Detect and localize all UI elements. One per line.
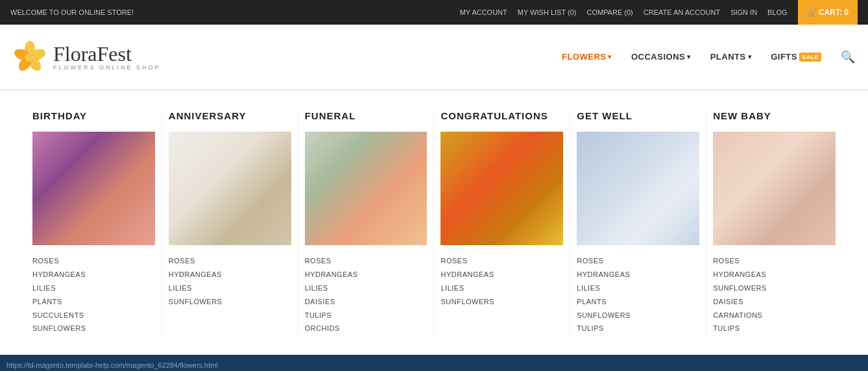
category-link-item[interactable]: SUNFLOWERS	[713, 281, 836, 295]
category-link-item[interactable]: TULIPS	[713, 322, 836, 335]
logo[interactable]: FloraFest FLOWERS ONLINE SHOP	[13, 40, 161, 74]
sale-badge: SALE	[799, 53, 821, 62]
category-link-item[interactable]: SUNFLOWERS	[32, 322, 155, 335]
category-link-item[interactable]: LILIES	[169, 281, 291, 295]
header: FloraFest FLOWERS ONLINE SHOP FLOWERS ▾ …	[0, 25, 868, 90]
category-image[interactable]	[305, 132, 428, 245]
category-col-birthday: BIRTHDAYROSESHYDRANGEASLILIESPLANTSSUCCU…	[26, 110, 162, 335]
create-account-link[interactable]: CREATE AN ACCOUNT	[644, 8, 720, 16]
category-link-item[interactable]: PLANTS	[577, 295, 699, 309]
category-image[interactable]	[169, 132, 291, 245]
category-links: ROSESHYDRANGEASLILIESPLANTSSUCCULENTSSUN…	[32, 254, 155, 335]
category-links: ROSESHYDRANGEASLILIESSUNFLOWERS	[169, 254, 291, 309]
category-title: BIRTHDAY	[32, 110, 155, 121]
chevron-down-icon: ▾	[687, 53, 691, 60]
nav-plants[interactable]: PLANTS ▾	[710, 52, 752, 62]
category-link-item[interactable]: CARNATIONS	[713, 309, 836, 322]
category-link-item[interactable]: ROSES	[440, 254, 563, 268]
main-nav: FLOWERS ▾ OCCASIONS ▾ PLANTS ▾ GIFTS SAL…	[562, 50, 855, 64]
category-link-item[interactable]: LILIES	[305, 281, 428, 295]
category-link-item[interactable]: ROSES	[32, 254, 155, 268]
category-link-item[interactable]: TULIPS	[305, 309, 428, 322]
category-link-item[interactable]: LILIES	[577, 281, 699, 295]
chevron-down-icon: ▾	[748, 53, 752, 60]
category-image[interactable]	[32, 132, 155, 245]
category-image[interactable]	[440, 132, 563, 245]
category-image[interactable]	[577, 132, 699, 245]
category-link-item[interactable]: DAISIES	[305, 295, 428, 309]
category-link-item[interactable]: HYDRANGEAS	[577, 268, 699, 281]
category-col-funeral: FUNERALROSESHYDRANGEASLILIESDAISIESTULIP…	[298, 110, 435, 335]
category-link-item[interactable]: ROSES	[577, 254, 699, 268]
logo-name: FloraFest	[53, 43, 161, 64]
category-col-new-baby: NEW BABYROSESHYDRANGEASSUNFLOWERSDAISIES…	[706, 110, 842, 335]
category-link-item[interactable]: DAISIES	[713, 295, 836, 309]
category-links: ROSESHYDRANGEASLILIESDAISIESTULIPSORCHID…	[305, 254, 428, 335]
cart-button[interactable]: 🛒 CART: 0	[798, 0, 858, 25]
top-bar: WELCOME TO OUR ONLINE STORE! MY ACCOUNT …	[0, 0, 868, 25]
compare-link[interactable]: COMPARE (0)	[586, 8, 633, 16]
category-link-item[interactable]: TULIPS	[577, 322, 699, 335]
category-link-item[interactable]: HYDRANGEAS	[305, 268, 428, 281]
logo-text: FloraFest FLOWERS ONLINE SHOP	[53, 43, 161, 71]
status-bar: https://ld-magento.template-help.com/mag…	[0, 357, 285, 371]
category-title: FUNERAL	[305, 110, 428, 121]
blog-link[interactable]: BLOG	[767, 8, 788, 16]
category-link-item[interactable]: SUNFLOWERS	[169, 295, 291, 309]
svg-point-5	[25, 53, 34, 62]
category-link-item[interactable]: HYDRANGEAS	[169, 268, 291, 281]
category-links: ROSESHYDRANGEASLILIESPLANTSSUNFLOWERSTUL…	[577, 254, 699, 335]
wish-list-link[interactable]: MY WISH LIST (0)	[518, 8, 577, 16]
category-link-item[interactable]: ORCHIDS	[305, 322, 428, 335]
my-account-link[interactable]: MY ACCOUNT	[460, 8, 507, 16]
category-link-item[interactable]: SUNFLOWERS	[577, 309, 699, 322]
search-button[interactable]: 🔍	[841, 50, 855, 64]
category-links: ROSESHYDRANGEASLILIESSUNFLOWERS	[440, 254, 563, 309]
category-link-item[interactable]: HYDRANGEAS	[713, 268, 836, 281]
welcome-message: WELCOME TO OUR ONLINE STORE!	[10, 8, 134, 16]
category-link-item[interactable]: ROSES	[169, 254, 291, 268]
category-link-item[interactable]: SUNFLOWERS	[440, 295, 563, 309]
category-links: ROSESHYDRANGEASSUNFLOWERSDAISIESCARNATIO…	[713, 254, 836, 335]
category-link-item[interactable]: ROSES	[305, 254, 428, 268]
category-link-item[interactable]: SUCCULENTS	[32, 309, 155, 322]
category-link-item[interactable]: LILIES	[440, 281, 563, 295]
nav-occasions[interactable]: OCCASIONS ▾	[631, 52, 691, 62]
logo-sub: FLOWERS ONLINE SHOP	[53, 64, 161, 71]
category-col-congratulations: CONGRATULATIONSROSESHYDRANGEASLILIESSUNF…	[434, 110, 570, 335]
top-bar-nav: MY ACCOUNT MY WISH LIST (0) COMPARE (0) …	[460, 0, 858, 25]
category-title: GET WELL	[577, 110, 699, 121]
category-col-get-well: GET WELLROSESHYDRANGEASLILIESPLANTSSUNFL…	[570, 110, 706, 335]
category-image[interactable]	[713, 132, 836, 245]
chevron-down-icon: ▾	[608, 53, 612, 60]
category-col-anniversary: ANNIVERSARYROSESHYDRANGEASLILIESSUNFLOWE…	[162, 110, 298, 335]
logo-flower-icon	[13, 40, 47, 74]
category-link-item[interactable]: LILIES	[32, 281, 155, 295]
category-title: NEW BABY	[713, 110, 836, 121]
category-link-item[interactable]: HYDRANGEAS	[440, 268, 563, 281]
nav-flowers[interactable]: FLOWERS ▾	[562, 52, 612, 62]
category-title: ANNIVERSARY	[169, 110, 291, 121]
nav-gifts[interactable]: GIFTS SALE	[771, 52, 821, 62]
category-link-item[interactable]: ROSES	[713, 254, 836, 268]
category-link-item[interactable]: PLANTS	[32, 295, 155, 309]
category-link-item[interactable]: HYDRANGEAS	[32, 268, 155, 281]
sign-in-link[interactable]: SIGN IN	[730, 8, 757, 16]
flowers-dropdown: BIRTHDAYROSESHYDRANGEASLILIESPLANTSSUCCU…	[0, 90, 868, 355]
category-title: CONGRATULATIONS	[440, 110, 563, 121]
